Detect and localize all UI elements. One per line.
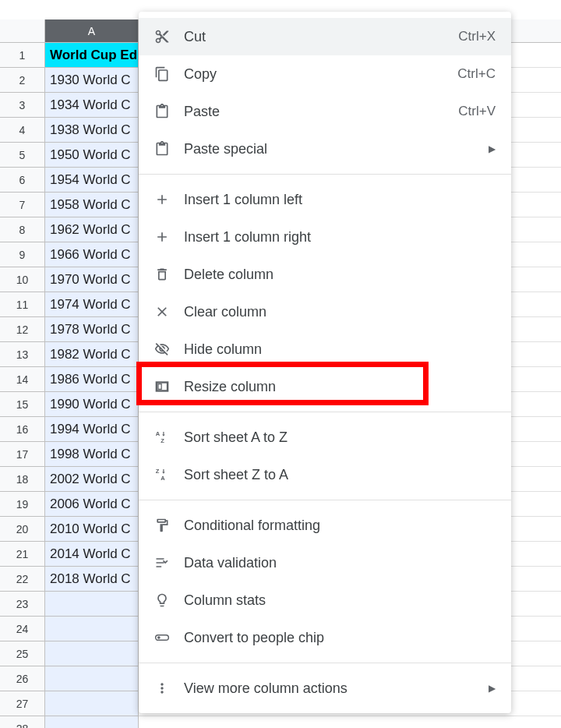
cell[interactable] (45, 666, 139, 691)
cell[interactable]: 2002 World C (45, 467, 139, 492)
menu-shortcut: Ctrl+V (458, 104, 496, 119)
row-header[interactable]: 15 (0, 392, 45, 417)
menu-shortcut: Ctrl+C (457, 66, 496, 82)
cell[interactable]: 1962 World C (45, 217, 139, 242)
row-header[interactable]: 19 (0, 492, 45, 517)
row-header[interactable]: 24 (0, 617, 45, 641)
cell[interactable]: 1994 World C (45, 417, 139, 442)
column-context-menu: Cut Ctrl+X Copy Ctrl+C Paste Ctrl+V Past… (139, 12, 511, 713)
row-header[interactable]: 10 (0, 267, 45, 292)
more-vert-icon (154, 680, 179, 696)
submenu-arrow-icon: ▶ (489, 683, 496, 694)
cell[interactable]: 2014 World C (45, 542, 139, 567)
submenu-arrow-icon: ▶ (489, 143, 496, 154)
menu-copy[interactable]: Copy Ctrl+C (139, 55, 511, 93)
row-header[interactable]: 26 (0, 666, 45, 691)
row-header[interactable]: 2 (0, 68, 45, 93)
menu-conditional-formatting[interactable]: Conditional formatting (139, 507, 511, 544)
cell[interactable]: 1974 World C (45, 292, 139, 317)
row-header[interactable]: 18 (0, 467, 45, 492)
menu-resize-column[interactable]: Resize column (139, 368, 511, 405)
menu-label: Column stats (179, 592, 496, 609)
row-header[interactable]: 27 (0, 691, 45, 716)
cell[interactable]: 1982 World C (45, 342, 139, 367)
row-header[interactable]: 23 (0, 592, 45, 617)
cell[interactable]: 1966 World C (45, 242, 139, 267)
row-header[interactable]: 28 (0, 716, 45, 728)
cell[interactable]: 1938 World C (45, 118, 139, 143)
row-header[interactable]: 13 (0, 342, 45, 367)
cell[interactable] (45, 617, 139, 641)
row-header[interactable]: 7 (0, 193, 45, 217)
cell[interactable] (45, 716, 139, 728)
menu-data-validation[interactable]: Data validation (139, 544, 511, 581)
trash-icon (154, 267, 179, 282)
cell[interactable]: 2006 World C (45, 492, 139, 517)
cell[interactable]: 1990 World C (45, 392, 139, 417)
row-header[interactable]: 9 (0, 242, 45, 267)
menu-label: Clear column (179, 304, 496, 320)
cell[interactable] (45, 641, 139, 666)
menu-label: Data validation (179, 555, 496, 571)
menu-sort-za[interactable]: ZA Sort sheet Z to A (139, 456, 511, 493)
cell[interactable]: 2010 World C (45, 517, 139, 542)
menu-paste-special[interactable]: Paste special ▶ (139, 130, 511, 168)
menu-label: Paste special (179, 141, 489, 157)
cell-empty[interactable] (139, 716, 561, 728)
row-header[interactable]: 3 (0, 93, 45, 118)
svg-text:Z: Z (161, 437, 164, 444)
cell[interactable]: 1978 World C (45, 317, 139, 342)
cell[interactable]: 1998 World C (45, 442, 139, 467)
column-header-a[interactable]: A (45, 19, 139, 43)
svg-point-7 (157, 636, 161, 639)
paint-roller-icon (154, 518, 179, 533)
cell[interactable]: 2018 World C (45, 567, 139, 592)
menu-paste[interactable]: Paste Ctrl+V (139, 93, 511, 130)
row-header[interactable]: 6 (0, 168, 45, 193)
menu-label: Paste (179, 104, 458, 120)
cell[interactable]: 1970 World C (45, 267, 139, 292)
row-header[interactable]: 16 (0, 417, 45, 442)
eye-off-icon (154, 341, 179, 357)
select-all-corner[interactable] (0, 19, 45, 43)
menu-delete-column[interactable]: Delete column (139, 256, 511, 293)
row-header[interactable]: 1 (0, 43, 45, 68)
row-header[interactable]: 4 (0, 118, 45, 143)
row-header[interactable]: 8 (0, 217, 45, 242)
row-header[interactable]: 14 (0, 367, 45, 392)
cell[interactable] (45, 691, 139, 716)
menu-insert-column-left[interactable]: Insert 1 column left (139, 181, 511, 218)
row-header[interactable]: 22 (0, 567, 45, 592)
row-header[interactable]: 20 (0, 517, 45, 542)
cell[interactable]: 1934 World C (45, 93, 139, 118)
menu-column-stats[interactable]: Column stats (139, 581, 511, 619)
cell[interactable]: 1958 World C (45, 193, 139, 217)
svg-text:A: A (156, 430, 161, 437)
row-header[interactable]: 25 (0, 641, 45, 666)
menu-label: Insert 1 column left (179, 192, 496, 208)
menu-label: View more column actions (179, 680, 489, 697)
menu-convert-people-chip[interactable]: Convert to people chip (139, 619, 511, 656)
cell[interactable]: 1986 World C (45, 367, 139, 392)
cell[interactable]: 1950 World C (45, 143, 139, 168)
cell[interactable]: 1954 World C (45, 168, 139, 193)
menu-label: Hide column (179, 341, 496, 358)
copy-icon (154, 66, 179, 82)
menu-divider (139, 663, 511, 663)
cell[interactable]: 1930 World C (45, 68, 139, 93)
menu-sort-az[interactable]: AZ Sort sheet A to Z (139, 419, 511, 456)
paste-special-icon (154, 141, 179, 157)
menu-hide-column[interactable]: Hide column (139, 330, 511, 368)
menu-more-column-actions[interactable]: View more column actions ▶ (139, 670, 511, 707)
row-header[interactable]: 5 (0, 143, 45, 168)
cell[interactable] (45, 592, 139, 617)
menu-insert-column-right[interactable]: Insert 1 column right (139, 218, 511, 256)
cell-header[interactable]: World Cup Ed (45, 43, 139, 68)
row-header[interactable]: 17 (0, 442, 45, 467)
svg-text:A: A (161, 475, 165, 482)
row-header[interactable]: 12 (0, 317, 45, 342)
menu-cut[interactable]: Cut Ctrl+X (139, 18, 511, 55)
menu-clear-column[interactable]: Clear column (139, 293, 511, 330)
row-header[interactable]: 21 (0, 542, 45, 567)
row-header[interactable]: 11 (0, 292, 45, 317)
